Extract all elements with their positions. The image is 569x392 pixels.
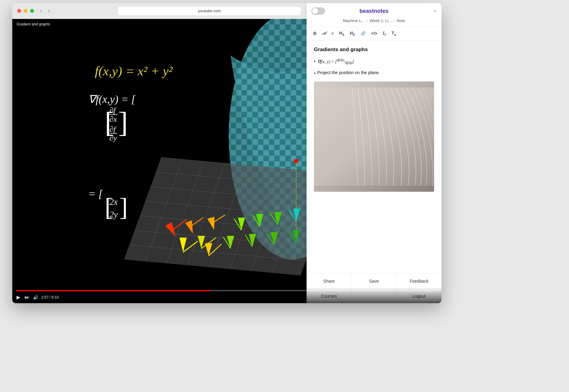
breadcrumb-sep-2: › (394, 18, 395, 23)
toggle-knob (312, 8, 318, 14)
maximize-traffic-light[interactable] (30, 9, 34, 13)
minimize-traffic-light[interactable] (24, 9, 28, 13)
nav-buttons: ‹ › (38, 6, 52, 15)
traffic-lights (17, 9, 34, 13)
note-bullet-2: • Project the position on the plane. (314, 70, 434, 77)
note-heading: Gradients and graphs (314, 47, 434, 53)
svg-text:[: [ (105, 106, 114, 138)
breadcrumb-current: Note (397, 18, 405, 23)
svg-rect-7 (124, 157, 338, 275)
video-controls: ▶ ⏭ 🔊 2:57 / 6:10 (12, 288, 441, 303)
forward-button[interactable]: › (46, 6, 52, 15)
notes-content: Gradients and graphs • ∇f(x, y) = [df/dx… (307, 40, 441, 273)
svg-text:= [: = [ (88, 188, 103, 200)
h2-button[interactable]: H2 (348, 29, 357, 38)
next-button[interactable]: ⏭ (24, 294, 30, 301)
list-button[interactable]: ≡ (329, 30, 335, 37)
controls-row: ▶ ⏭ 🔊 2:57 / 6:10 (16, 294, 438, 301)
note-image (314, 81, 434, 192)
breadcrumb: Machine L... › Week 1: Li... › Note (311, 18, 437, 23)
progress-bar[interactable] (16, 290, 438, 291)
h1-button[interactable]: H1 (337, 29, 346, 38)
svg-text:]: ] (118, 106, 128, 138)
close-button[interactable]: × (433, 8, 437, 14)
url-display: youtube.com (198, 9, 221, 13)
share-button[interactable]: Share (307, 274, 352, 288)
volume-icon: 🔊 (33, 295, 38, 300)
notes-title: beastnotes (359, 8, 388, 14)
notes-panel: beastnotes × Machine L... › Week 1: Li..… (307, 3, 441, 303)
browser-content: Gradient and graphs (12, 19, 441, 303)
toggle-switch[interactable] (311, 7, 325, 15)
breadcrumb-item-2: Week 1: Li... (370, 18, 392, 23)
italic-button[interactable]: 𝒜 (320, 30, 327, 37)
math-button[interactable]: fx (381, 29, 388, 38)
address-bar[interactable]: youtube.com (117, 6, 301, 16)
save-button[interactable]: Save (352, 274, 397, 288)
play-button[interactable]: ▶ (16, 294, 21, 301)
bold-button[interactable]: B (311, 30, 318, 37)
notes-header: beastnotes × Machine L... › Week 1: Li..… (307, 3, 441, 27)
svg-text:∇f(x,y) = [: ∇f(x,y) = [ (88, 93, 136, 105)
video-label: Gradient and graphs (17, 22, 50, 26)
clear-format-button[interactable]: Tx (390, 29, 398, 38)
svg-rect-77 (314, 87, 434, 186)
format-toolbar: B 𝒜 ≡ H1 H2 🔗 </> fx Tx (307, 27, 441, 40)
notes-top-row: beastnotes × (311, 7, 437, 15)
note-math-1: ∇f(x, y) = [df/dx/df/dy] (317, 58, 354, 66)
svg-text:[: [ (105, 193, 113, 221)
time-display: 2:57 / 6:10 (41, 295, 59, 300)
svg-text:f(x,y) = x² + y²: f(x,y) = x² + y² (95, 64, 173, 78)
bullet-dot-2: • (314, 70, 315, 77)
progress-fill (16, 290, 210, 291)
breadcrumb-sep-1: › (366, 18, 368, 23)
back-button[interactable]: ‹ (38, 6, 44, 15)
svg-text:]: ] (119, 193, 128, 221)
breadcrumb-item-1: Machine L... (343, 18, 365, 23)
bullet-dot-1: • (314, 58, 315, 65)
close-traffic-light[interactable] (17, 9, 21, 13)
feedback-button[interactable]: Feedback (397, 274, 441, 288)
link-button[interactable]: 🔗 (359, 30, 368, 37)
code-button[interactable]: </> (369, 30, 379, 37)
note-image-svg (314, 81, 434, 192)
note-bullet-1: • ∇f(x, y) = [df/dx/df/dy] (314, 58, 434, 66)
note-text-2: Project the position on the plane. (317, 70, 380, 76)
footer-top-row: Share Save Feedback (307, 274, 441, 288)
svg-point-60 (294, 159, 298, 163)
